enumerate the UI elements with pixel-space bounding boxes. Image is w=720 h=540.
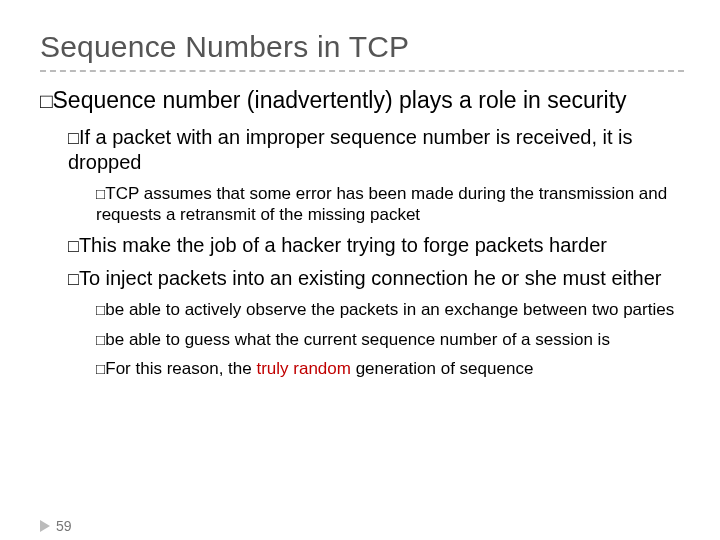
bullet-l2-3: □To inject packets into an existing conn… (68, 266, 684, 291)
bullet-l2-1: □If a packet with an improper sequence n… (68, 125, 684, 175)
bullet-l3-3: □be able to guess what the current seque… (96, 329, 684, 350)
bullet-l2-2: □This make the job of a hacker trying to… (68, 233, 684, 258)
bullet-l3-4: □For this reason, the truly random gener… (96, 358, 684, 379)
bullet-l1-1: □Sequence number (inadvertently) plays a… (40, 86, 684, 115)
text: number (inadvertently) plays a role in s… (156, 87, 626, 113)
text: This (79, 234, 117, 256)
text: Sequence (53, 87, 157, 113)
text: TCP (105, 184, 139, 203)
text: For (105, 359, 131, 378)
text: this reason, the (131, 359, 257, 378)
arrow-right-icon (40, 520, 50, 532)
page-indicator: 59 (40, 518, 72, 534)
text: To (79, 267, 100, 289)
text: make the job of a hacker trying to forge… (117, 234, 607, 256)
text: able to guess what the current sequence … (124, 330, 610, 349)
page-number: 59 (56, 518, 72, 534)
text: a packet with an improper sequence numbe… (68, 126, 633, 173)
square-bullet-icon: □ (68, 235, 79, 258)
square-bullet-icon: □ (96, 300, 105, 319)
text: be (105, 330, 124, 349)
divider (40, 70, 684, 72)
bullet-l3-1: □TCP assumes that some error has been ma… (96, 183, 684, 226)
bullet-l3-2: □be able to actively observe the packets… (96, 299, 684, 320)
square-bullet-icon: □ (68, 127, 79, 150)
square-bullet-icon: □ (96, 330, 105, 349)
square-bullet-icon: □ (96, 184, 105, 203)
square-bullet-icon: □ (68, 268, 79, 291)
text: assumes that some error has been made du… (96, 184, 667, 224)
text: able to actively observe the packets in … (124, 300, 674, 319)
emphasis-text: truly random (256, 359, 350, 378)
text: inject packets into an existing connecti… (100, 267, 661, 289)
slide-title: Sequence Numbers in TCP (40, 30, 684, 64)
text: be (105, 300, 124, 319)
slide: Sequence Numbers in TCP □Sequence number… (0, 0, 720, 540)
square-bullet-icon: □ (40, 88, 53, 114)
text: If (79, 126, 90, 148)
square-bullet-icon: □ (96, 359, 105, 378)
text: generation of sequence (351, 359, 533, 378)
